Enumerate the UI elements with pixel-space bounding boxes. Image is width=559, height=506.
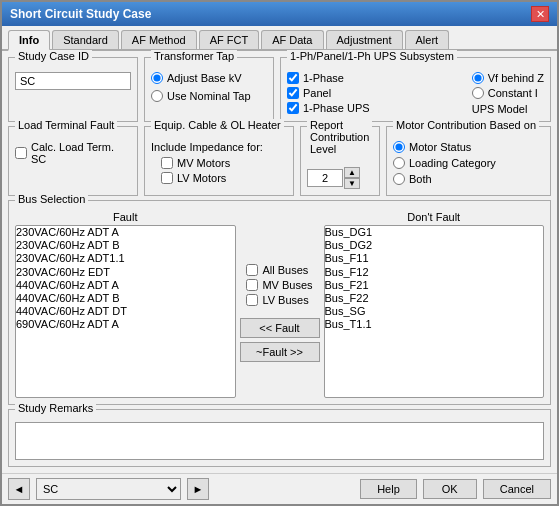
study-remarks-input[interactable] [15,422,544,460]
motor-status-radio[interactable] [393,141,405,153]
cancel-button[interactable]: Cancel [483,479,551,499]
dont-fault-bus-item[interactable]: Bus_DG2 [325,239,544,252]
lv-motors-checkbox[interactable] [161,172,173,184]
help-button[interactable]: Help [360,479,417,499]
nfault-button[interactable]: ~Fault >> [240,342,320,362]
fault-bus-item[interactable]: 230VAC/60Hz ADT A [16,226,235,239]
dont-fault-bus-item[interactable]: Bus_SG [325,305,544,318]
fault-button[interactable]: << Fault [240,318,320,338]
bus-center-controls: All Buses MV Buses LV Buses << Fault ~Fa… [240,211,320,398]
use-nominal-tap-option[interactable]: Use Nominal Tap [151,90,267,102]
adjust-base-kv-option[interactable]: Adjust Base kV [151,72,267,84]
tab-alert[interactable]: Alert [405,30,450,49]
fault-bus-item[interactable]: 230VAC/60Hz EDT [16,266,235,279]
dont-fault-bus-column: Don't Fault Bus_DG1Bus_DG2Bus_F11Bus_F12… [324,211,545,398]
calc-load-term-item[interactable]: Calc. Load Term. SC [15,141,131,165]
dont-fault-bus-list[interactable]: Bus_DG1Bus_DG2Bus_F11Bus_F12Bus_F21Bus_F… [324,225,545,398]
constant-i-option[interactable]: Constant I [472,87,544,99]
one-phase-ups-label: 1-Phase UPS [303,102,370,114]
both-label: Both [409,173,432,185]
spin-up-btn[interactable]: ▲ [344,167,360,178]
calc-load-term-checkbox[interactable] [15,147,27,159]
tab-af-fct[interactable]: AF FCT [199,30,260,49]
dont-fault-bus-item[interactable]: Bus_F21 [325,279,544,292]
prev-button[interactable]: ◄ [8,478,30,500]
ok-button[interactable]: OK [423,479,477,499]
one-phase-check-item[interactable]: 1-Phase [287,72,370,84]
dont-fault-bus-item[interactable]: Bus_F11 [325,252,544,265]
adjust-base-kv-radio[interactable] [151,72,163,84]
spin-down-btn[interactable]: ▼ [344,178,360,189]
tab-adjustment[interactable]: Adjustment [326,30,403,49]
middle-section: Load Terminal Fault Calc. Load Term. SC … [8,126,551,196]
fault-bus-item[interactable]: 440VAC/60Hz ADT A [16,279,235,292]
both-option[interactable]: Both [393,173,544,185]
fault-bus-list[interactable]: 230VAC/60Hz ADT A230VAC/60Hz ADT B230VAC… [15,225,236,398]
panel-checkbox[interactable] [287,87,299,99]
vf-behind-z-radio[interactable] [472,72,484,84]
dont-fault-bus-item[interactable]: Bus_T1.1 [325,318,544,331]
fault-bus-item[interactable]: 440VAC/60Hz ADT B [16,292,235,305]
vf-behind-z-option[interactable]: Vf behind Z [472,72,544,84]
all-buses-item[interactable]: All Buses [246,264,312,276]
dont-fault-bus-item[interactable]: Bus_DG1 [325,226,544,239]
motor-status-option[interactable]: Motor Status [393,141,544,153]
mv-motors-label: MV Motors [177,157,230,169]
mv-buses-label: MV Buses [262,279,312,291]
fault-bus-item[interactable]: 230VAC/60Hz ADT1.1 [16,252,235,265]
fault-bus-item[interactable]: 230VAC/60Hz ADT B [16,239,235,252]
panel-label: Panel [303,87,331,99]
fault-bus-item[interactable]: 440VAC/60Hz ADT DT [16,305,235,318]
motor-contribution-group: Motor Contribution Based on Motor Status… [386,126,551,196]
mv-motors-checkbox[interactable] [161,157,173,169]
lv-buses-checkbox[interactable] [246,294,258,306]
one-phase-checkbox[interactable] [287,72,299,84]
fault-bus-item[interactable]: 690VAC/60Hz ADT A [16,318,235,331]
transformer-tap-group: Transformer Tap Adjust Base kV Use Nomin… [144,57,274,122]
lv-motors-label: LV Motors [177,172,226,184]
bus-selection-label: Bus Selection [15,193,88,205]
close-button[interactable]: ✕ [531,6,549,22]
mv-buses-checkbox[interactable] [246,279,258,291]
study-case-id-group: Study Case ID [8,57,138,122]
lv-buses-item[interactable]: LV Buses [246,294,312,306]
lv-motors-item[interactable]: LV Motors [161,172,287,184]
ups-subsystem-group: 1-Ph/Panel/1-Ph UPS Subsystem 1-Phase Pa… [280,57,551,122]
tab-af-data[interactable]: AF Data [261,30,323,49]
dont-fault-bus-item[interactable]: Bus_F22 [325,292,544,305]
transformer-tap-label: Transformer Tap [151,50,237,62]
study-case-id-input[interactable] [15,72,131,90]
fault-bus-column: Fault 230VAC/60Hz ADT A230VAC/60Hz ADT B… [15,211,236,398]
all-buses-checkbox[interactable] [246,264,258,276]
lv-buses-label: LV Buses [262,294,308,306]
tab-standard[interactable]: Standard [52,30,119,49]
load-terminal-group: Load Terminal Fault Calc. Load Term. SC [8,126,138,196]
use-nominal-tap-radio[interactable] [151,90,163,102]
contribution-level-spinner[interactable]: ▲ ▼ [344,167,360,189]
panel-check-item[interactable]: Panel [287,87,370,99]
tab-info[interactable]: Info [8,30,50,51]
mv-motors-item[interactable]: MV Motors [161,157,287,169]
nav-select[interactable]: SC [36,478,181,500]
dont-fault-bus-item[interactable]: Bus_F12 [325,266,544,279]
constant-i-radio[interactable] [472,87,484,99]
mv-buses-item[interactable]: MV Buses [246,279,312,291]
top-section: Study Case ID Transformer Tap Adjust Bas… [8,57,551,122]
one-phase-ups-checkbox[interactable] [287,102,299,114]
contribution-level-input[interactable] [307,169,343,187]
bus-selection-group: Bus Selection Fault 230VAC/60Hz ADT A230… [8,200,551,405]
ups-model-label: UPS Model [472,103,528,115]
one-phase-ups-check-item[interactable]: 1-Phase UPS [287,102,370,114]
loading-category-option[interactable]: Loading Category [393,157,544,169]
both-radio[interactable] [393,173,405,185]
adjust-base-kv-label: Adjust Base kV [167,72,242,84]
one-phase-label: 1-Phase [303,72,344,84]
load-terminal-label: Load Terminal Fault [15,119,117,131]
main-window: Short Circuit Study Case ✕ Info Standard… [0,0,559,506]
window-title: Short Circuit Study Case [10,7,151,21]
tab-af-method[interactable]: AF Method [121,30,197,49]
loading-category-radio[interactable] [393,157,405,169]
next-button[interactable]: ► [187,478,209,500]
include-impedance-label: Include Impedance for: [151,141,287,153]
constant-i-label: Constant I [488,87,538,99]
